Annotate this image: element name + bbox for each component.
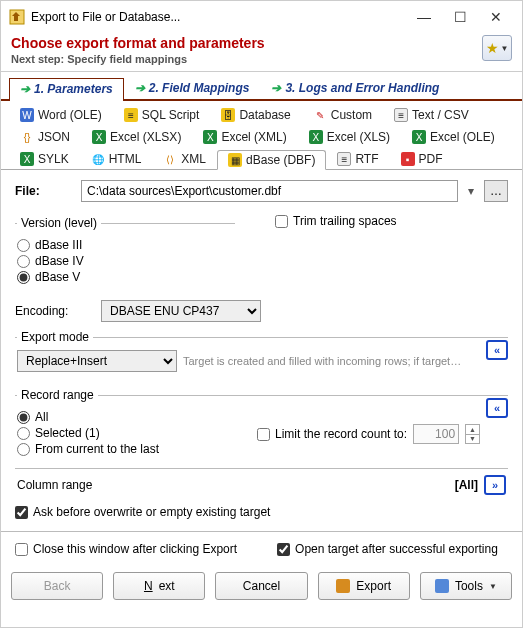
- tools-icon: [435, 579, 449, 593]
- limit-count-checkbox[interactable]: Limit the record count to:: [257, 427, 407, 441]
- database-icon: 🗄: [221, 108, 235, 122]
- chevron-down-icon: ▼: [489, 582, 497, 591]
- column-range-expand-button[interactable]: »: [484, 475, 506, 495]
- version-legend: Version (level): [17, 216, 101, 230]
- xml-icon: ⟨⟩: [163, 152, 177, 166]
- limit-count-spinner[interactable]: ▲▼: [465, 424, 480, 444]
- column-range-value: [All]: [455, 478, 478, 492]
- word-icon: W: [20, 108, 34, 122]
- encoding-select[interactable]: DBASE ENU CP437: [101, 300, 261, 322]
- app-icon: [9, 9, 25, 25]
- version-trim-row: Version (level) dBase III dBase IV dBase…: [15, 208, 508, 294]
- format-tab-database[interactable]: 🗄Database: [210, 105, 301, 125]
- window-title: Export to File or Database...: [31, 10, 406, 24]
- tab-label: 1. Parameters: [34, 82, 113, 96]
- maximize-button[interactable]: ☐: [442, 9, 478, 25]
- tab-field-mappings[interactable]: ➔ 2. Field Mappings: [124, 76, 261, 99]
- text-icon: ≡: [394, 108, 408, 122]
- export-mode-select[interactable]: Replace+Insert: [17, 350, 177, 372]
- export-mode-legend: Export mode: [17, 330, 93, 344]
- format-tab-json[interactable]: {}JSON: [9, 127, 81, 147]
- arrow-icon: ➔: [20, 82, 30, 96]
- radio-dbase3[interactable]: dBase III: [17, 238, 233, 252]
- excel-icon: X: [412, 130, 426, 144]
- spin-down-icon: ▼: [466, 435, 479, 444]
- arrow-icon: ➔: [271, 81, 281, 95]
- pencil-icon: ✎: [313, 108, 327, 122]
- tab-logs-errors[interactable]: ➔ 3. Logs and Error Handling: [260, 76, 450, 99]
- version-group: Version (level) dBase III dBase IV dBase…: [15, 216, 235, 288]
- format-tab-rtf[interactable]: ≡RTF: [326, 149, 389, 169]
- open-after-checkbox[interactable]: Open target after successful exporting: [277, 542, 498, 556]
- format-tab-word-ole[interactable]: WWord (OLE): [9, 105, 113, 125]
- chevron-down-icon: ▼: [501, 44, 509, 53]
- file-label: File:: [15, 184, 75, 198]
- rtf-icon: ≡: [337, 152, 351, 166]
- encoding-row: Encoding: DBASE ENU CP437: [15, 300, 508, 322]
- browse-button[interactable]: …: [484, 180, 508, 202]
- sql-icon: ≡: [124, 108, 138, 122]
- format-tab-xls[interactable]: XExcel (XLS): [298, 127, 401, 147]
- pdf-icon: ▪: [401, 152, 415, 166]
- ask-overwrite-checkbox[interactable]: Ask before overwrite or empty existing t…: [15, 505, 508, 519]
- format-tab-custom[interactable]: ✎Custom: [302, 105, 383, 125]
- close-button[interactable]: ✕: [478, 9, 514, 25]
- format-tab-xml[interactable]: ⟨⟩XML: [152, 149, 217, 169]
- format-tab-sql[interactable]: ≡SQL Script: [113, 105, 211, 125]
- radio-range-selected[interactable]: Selected (1): [17, 426, 217, 440]
- format-tab-xlsx[interactable]: XExcel (XLSX): [81, 127, 192, 147]
- chevron-down-icon[interactable]: ▾: [464, 184, 478, 198]
- format-tab-excel-xml[interactable]: XExcel (XML): [192, 127, 297, 147]
- export-mode-group: Export mode « Replace+Insert Target is c…: [15, 330, 508, 380]
- column-range-group: Column range [All] »: [15, 468, 508, 497]
- format-tab-excel-ole[interactable]: XExcel (OLE): [401, 127, 506, 147]
- export-button[interactable]: Export: [318, 572, 410, 600]
- next-button[interactable]: Next: [113, 572, 205, 600]
- export-icon: [336, 579, 350, 593]
- record-range-group: Record range « All Selected (1) From cur…: [15, 388, 508, 460]
- radio-dbase5[interactable]: dBase V: [17, 270, 233, 284]
- header-pane: Choose export format and parameters Next…: [1, 29, 522, 72]
- format-tabs: WWord (OLE) ≡SQL Script 🗄Database ✎Custo…: [1, 101, 522, 170]
- tools-button[interactable]: Tools▼: [420, 572, 512, 600]
- button-bar: Back Next Cancel Export Tools▼: [1, 566, 522, 610]
- cancel-button[interactable]: Cancel: [215, 572, 307, 600]
- dbase-icon: ▦: [228, 153, 242, 167]
- file-path-input[interactable]: [81, 180, 458, 202]
- excel-icon: X: [92, 130, 106, 144]
- record-range-legend: Record range: [17, 388, 98, 402]
- trim-trailing-checkbox[interactable]: Trim trailing spaces: [275, 214, 397, 228]
- format-tab-pdf[interactable]: ▪PDF: [390, 149, 454, 169]
- spin-up-icon: ▲: [466, 425, 479, 435]
- format-tab-sylk[interactable]: XSYLK: [9, 149, 80, 169]
- excel-icon: X: [203, 130, 217, 144]
- excel-icon: X: [309, 130, 323, 144]
- format-tab-html[interactable]: 🌐HTML: [80, 149, 153, 169]
- html-icon: 🌐: [91, 152, 105, 166]
- export-mode-description: Target is created and filled with incomi…: [183, 355, 461, 367]
- json-icon: {}: [20, 130, 34, 144]
- record-range-collapse-button[interactable]: «: [486, 398, 508, 418]
- star-icon: ★: [486, 40, 499, 56]
- radio-range-from-current[interactable]: From current to the last: [17, 442, 217, 456]
- format-tab-dbase[interactable]: ▦dBase (DBF): [217, 150, 326, 170]
- favorites-button[interactable]: ★ ▼: [482, 35, 512, 61]
- column-range-label: Column range: [17, 478, 455, 492]
- content-pane: File: ▾ … Version (level) dBase III dBas…: [1, 170, 522, 531]
- tab-parameters[interactable]: ➔ 1. Parameters: [9, 78, 124, 101]
- close-after-checkbox[interactable]: Close this window after clicking Export: [15, 542, 237, 556]
- minimize-button[interactable]: —: [406, 9, 442, 25]
- excel-icon: X: [20, 152, 34, 166]
- radio-range-all[interactable]: All: [17, 410, 217, 424]
- export-mode-collapse-button[interactable]: «: [486, 340, 508, 360]
- back-button[interactable]: Back: [11, 572, 103, 600]
- titlebar: Export to File or Database... — ☐ ✕: [1, 1, 522, 29]
- radio-dbase4[interactable]: dBase IV: [17, 254, 233, 268]
- file-row: File: ▾ …: [15, 180, 508, 202]
- format-tab-text-csv[interactable]: ≡Text / CSV: [383, 105, 480, 125]
- page-title: Choose export format and parameters: [11, 35, 482, 51]
- page-subtitle: Next step: Specify field mappings: [11, 53, 482, 65]
- arrow-icon: ➔: [135, 81, 145, 95]
- limit-count-input[interactable]: [413, 424, 459, 444]
- tab-label: 3. Logs and Error Handling: [285, 81, 439, 95]
